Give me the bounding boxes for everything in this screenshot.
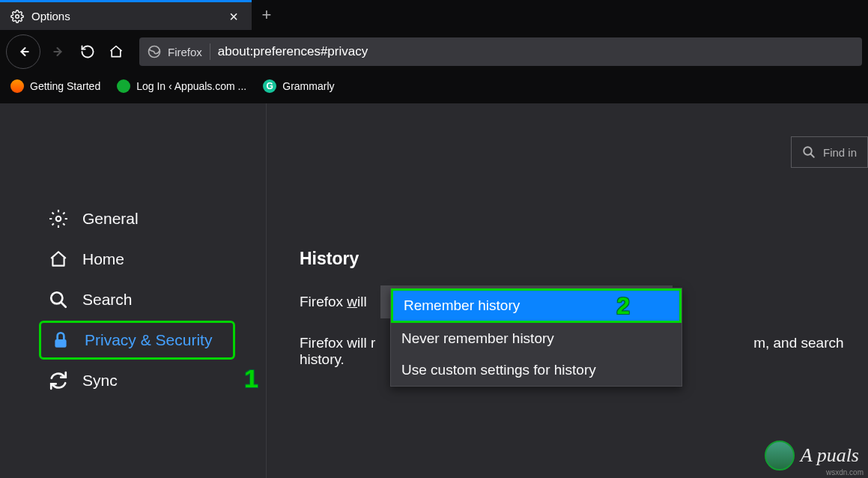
gear-icon bbox=[48, 208, 69, 229]
forward-button bbox=[45, 37, 73, 66]
bookmark-getting-started[interactable]: Getting Started bbox=[10, 79, 100, 93]
back-button[interactable] bbox=[6, 34, 40, 69]
annotation-2: 2 bbox=[616, 292, 630, 320]
sidebar-item-label: Search bbox=[82, 291, 133, 309]
watermark-mascot-icon bbox=[765, 441, 795, 471]
tiny-watermark: wsxdn.com bbox=[826, 468, 864, 477]
preferences-page: General Home Search Privacy & Security S… bbox=[0, 103, 868, 478]
svg-line-9 bbox=[810, 154, 814, 157]
urlbar-brand: Firefox bbox=[168, 46, 202, 58]
sidebar-item-search[interactable]: Search bbox=[39, 280, 235, 319]
firefox-icon bbox=[147, 44, 162, 59]
nav-toolbar: Firefox about:preferences#privacy bbox=[0, 30, 868, 73]
annotation-1: 1 bbox=[244, 364, 258, 393]
svg-point-0 bbox=[16, 14, 19, 18]
appuals-watermark: A puals bbox=[765, 441, 859, 471]
url-bar[interactable]: Firefox about:preferences#privacy bbox=[139, 37, 862, 66]
sidebar-item-label: Home bbox=[82, 250, 124, 268]
sidebar-item-label: Privacy & Security bbox=[85, 331, 212, 349]
urlbar-text: about:preferences#privacy bbox=[218, 44, 368, 59]
bookmark-grammarly[interactable]: G Grammarly bbox=[263, 79, 334, 93]
firefox-favicon-icon bbox=[10, 79, 24, 93]
history-option-never[interactable]: Never remember history bbox=[391, 323, 682, 354]
find-placeholder: Find in bbox=[823, 146, 857, 159]
bookmark-label: Log In ‹ Appuals.com ... bbox=[136, 80, 246, 92]
sidebar-item-sync[interactable]: Sync bbox=[39, 361, 235, 400]
appuals-favicon-icon bbox=[117, 79, 130, 93]
svg-line-6 bbox=[61, 302, 66, 307]
home-icon bbox=[48, 249, 69, 270]
new-tab-button[interactable]: + bbox=[252, 0, 282, 30]
bookmark-label: Getting Started bbox=[30, 80, 100, 92]
sidebar-item-privacy[interactable]: Privacy & Security bbox=[39, 321, 235, 360]
search-icon bbox=[802, 145, 816, 159]
history-option-custom[interactable]: Use custom settings for history bbox=[391, 354, 682, 386]
svg-point-4 bbox=[56, 217, 61, 222]
search-icon bbox=[48, 289, 69, 310]
tab-options[interactable]: Options × bbox=[0, 0, 252, 30]
sidebar-item-home[interactable]: Home bbox=[39, 240, 235, 279]
history-mode-dropdown: Remember history 2 Never remember histor… bbox=[390, 288, 682, 387]
preferences-main: Find in History Firefox will Remember hi… bbox=[267, 103, 868, 478]
find-in-options[interactable]: Find in bbox=[791, 136, 868, 168]
sync-icon bbox=[48, 370, 69, 391]
option-label: Use custom settings for history bbox=[401, 362, 596, 378]
sidebar-item-general[interactable]: General bbox=[39, 199, 235, 238]
home-button[interactable] bbox=[102, 37, 130, 66]
urlbar-separator bbox=[210, 43, 210, 60]
preferences-sidebar: General Home Search Privacy & Security S… bbox=[0, 103, 267, 478]
bookmarks-bar: Getting Started Log In ‹ Appuals.com ...… bbox=[0, 73, 868, 99]
tab-strip: Options × + bbox=[0, 0, 868, 30]
sidebar-item-label: General bbox=[82, 210, 139, 228]
tab-title: Options bbox=[31, 10, 226, 22]
watermark-text: A puals bbox=[801, 444, 859, 467]
history-option-remember[interactable]: Remember history 2 bbox=[391, 288, 682, 323]
bookmark-appuals[interactable]: Log In ‹ Appuals.com ... bbox=[117, 79, 246, 93]
grammarly-favicon-icon: G bbox=[263, 79, 276, 93]
sidebar-item-label: Sync bbox=[82, 372, 118, 390]
firefox-will-label: Firefox will bbox=[300, 294, 367, 310]
close-icon[interactable]: × bbox=[226, 9, 241, 24]
option-label: Remember history bbox=[404, 297, 520, 314]
reload-button[interactable] bbox=[73, 37, 102, 66]
svg-rect-7 bbox=[55, 339, 66, 348]
lock-icon bbox=[50, 330, 71, 351]
bookmark-label: Grammarly bbox=[282, 80, 334, 92]
gear-icon bbox=[10, 10, 24, 23]
option-label: Never remember history bbox=[401, 330, 554, 347]
history-heading: History bbox=[300, 249, 868, 269]
